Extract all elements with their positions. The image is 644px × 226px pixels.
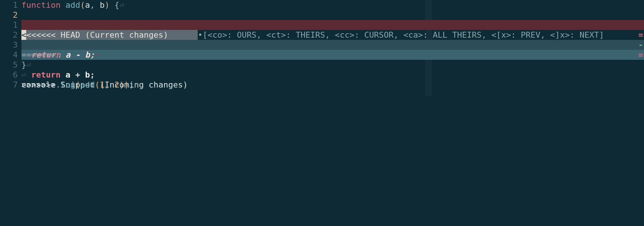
code-editor[interactable]: 1 function add(a, b) {⏎ 2 <<<<<<< HEAD (… [0, 0, 644, 226]
brace-open: { [115, 0, 119, 10]
diff-edge-marker: - [638, 40, 643, 50]
semicolon: ; [129, 80, 134, 89]
code-line[interactable]: 5 }⏎ [0, 60, 644, 70]
conflict-header-line[interactable]: 2 <<<<<<< HEAD (Current changes)•[<co>: … [0, 10, 644, 20]
param-a: a [85, 0, 90, 10]
conflict-head-marker: <<<<<< HEAD (Current changes) [26, 30, 168, 40]
cursor: < [21, 30, 26, 40]
line-number: 4 [0, 50, 21, 60]
conflict-theirs-line[interactable]: 3 return a + b; - [0, 40, 644, 50]
conflict-ours-line[interactable]: 1 ↳return a - b;⏎ [0, 20, 644, 30]
ident-console: console [21, 80, 56, 89]
theirs-region-bg [21, 40, 644, 50]
code-line[interactable]: 7 console.log(add(1, 2));⏎ [0, 80, 644, 90]
dot: . [56, 80, 61, 89]
method-log: log [61, 80, 75, 89]
paren-open: ( [75, 80, 80, 89]
brace-close: } [21, 60, 26, 69]
paren-open: ( [95, 80, 100, 89]
eol-icon: ⏎ [21, 70, 26, 79]
keyword-function: function [21, 0, 61, 10]
eol-icon: ⏎ [119, 0, 124, 10]
line-number: 2 [0, 30, 21, 40]
eol-icon: ⏎ [26, 60, 31, 69]
eol-icon: ⏎ [56, 50, 61, 59]
eol-icon: ⏎ [134, 80, 139, 89]
line-number: 6 [0, 70, 21, 80]
paren-open: ( [80, 0, 85, 10]
conflict-hint: [<co>: OURS, <ct>: THEIRS, <cc>: CURSOR,… [203, 30, 604, 40]
diff-edge-marker: = [638, 30, 643, 40]
line-number-current: 2 [0, 10, 21, 20]
function-name: add [65, 0, 80, 10]
line-number: 3 [0, 40, 21, 50]
line-number: 1 [0, 20, 21, 30]
ours-region-bg [21, 20, 644, 30]
number-literal: 1 [100, 80, 105, 89]
line-number: 1 [0, 0, 21, 10]
line-number: 5 [0, 60, 21, 70]
conflict-separator: ======= [21, 50, 56, 59]
code-line[interactable]: 6 ⏎ [0, 70, 644, 80]
diff-edge-marker: = [638, 50, 643, 60]
comma: , [90, 0, 100, 10]
bullet-icon: • [198, 30, 202, 40]
comma: , [105, 80, 115, 89]
line-number: 7 [0, 80, 21, 90]
call-add: add [80, 80, 95, 89]
paren-close: ) [105, 0, 109, 10]
code-line[interactable]: 1 function add(a, b) {⏎ [0, 0, 644, 10]
param-b: b [100, 0, 105, 10]
paren-close: ) [124, 80, 129, 89]
paren-close: ) [119, 80, 124, 89]
number-literal: 2 [115, 80, 119, 89]
